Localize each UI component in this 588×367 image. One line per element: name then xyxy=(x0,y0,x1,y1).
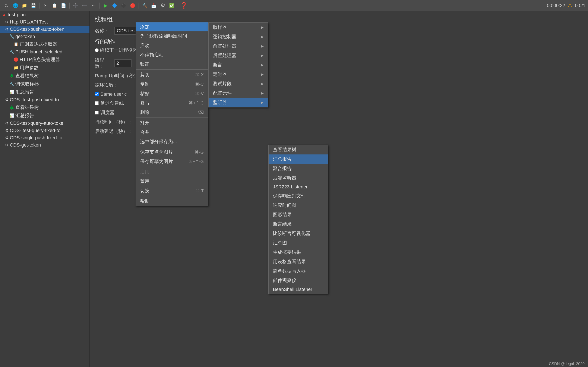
toolbar-icon-help[interactable]: ❓ xyxy=(180,2,188,9)
tree-item-cds-push-auto[interactable]: ⚙ CDS-test-push-auto-token xyxy=(0,26,90,33)
listener-table-results[interactable]: 用表格查看结果 xyxy=(269,257,328,266)
listener-response-time-graph[interactable]: 响应时间图 xyxy=(269,200,328,210)
menu-open[interactable]: 打开... xyxy=(136,118,208,127)
same-user-label: Same user c xyxy=(100,92,127,97)
submenu-pre[interactable]: 前置处理器 ▶ xyxy=(209,42,268,51)
submenu-config[interactable]: 配置元件 ▶ xyxy=(209,88,268,98)
same-user-check[interactable]: Same user c xyxy=(95,92,127,97)
menu-start[interactable]: 启动 xyxy=(136,41,208,50)
listener-graph-results[interactable]: 图形结果 xyxy=(269,210,328,219)
sep3 xyxy=(136,147,208,147)
toolbar-icon-2[interactable]: 🌐 xyxy=(12,2,19,9)
menu-enable[interactable]: 启用 xyxy=(136,167,208,177)
menu-save-screen-img[interactable]: 保存屏幕为图片 ⌘+⌃-G xyxy=(136,157,208,166)
menu-validate[interactable]: 验证 xyxy=(136,60,208,69)
tree-item-push-launch[interactable]: 🔧 PUSH launch selected xyxy=(0,48,90,56)
scheduler-check[interactable]: 调度器 xyxy=(95,109,114,116)
tree-icon-cds-qf: ⚙ xyxy=(5,128,8,133)
toolbar-icon-check[interactable]: ✅ xyxy=(168,2,176,9)
tree-icon-push: 🔧 xyxy=(9,50,14,54)
listener-summary-results[interactable]: 生成概要结果 xyxy=(269,248,328,257)
listener-summary-graph[interactable]: 汇总图 xyxy=(269,238,328,248)
submenu-timer[interactable]: 定时器 ▶ xyxy=(209,70,268,79)
menu-copy[interactable]: 复制 ⌘-C xyxy=(136,79,208,89)
toolbar-icon-remove[interactable]: ➖ xyxy=(81,2,88,9)
tree-item-view-results2[interactable]: 🌲 查看结果树 xyxy=(0,103,90,111)
tree-item-summary1[interactable]: 📊 汇总报告 xyxy=(0,88,90,96)
submenu-post[interactable]: 后置处理器 ▶ xyxy=(209,51,268,60)
tree-item-test-plan[interactable]: 🔺 test-plan xyxy=(0,11,90,18)
submenu-logic[interactable]: 逻辑控制器 ▶ xyxy=(209,32,268,42)
listener-jsr223[interactable]: JSR223 Listener xyxy=(269,183,328,191)
listener-assertion-results[interactable]: 断言结果 xyxy=(269,219,328,229)
listener-beanshell[interactable]: BeanShell Listener xyxy=(269,285,328,294)
menu-save-selection[interactable]: 选中部分保存为... xyxy=(136,137,208,146)
tree-icon-cds-fixed: ⚙ xyxy=(5,97,8,102)
radio-continue[interactable]: 继续下一进程循环 xyxy=(95,47,138,53)
tree-item-http-test[interactable]: ⚙ Http URL/API Test xyxy=(0,18,90,26)
tree-item-get-token[interactable]: 🔧 get-token xyxy=(0,33,90,40)
menu-merge[interactable]: 合并 xyxy=(136,127,208,137)
toolbar-icon-4[interactable]: 💾 xyxy=(29,2,37,9)
menu-toggle[interactable]: 切换 ⌘-T xyxy=(136,186,208,195)
toolbar-icon-stop3[interactable]: 🔴 xyxy=(129,2,136,9)
toolbar-icon-edit[interactable]: ✏ xyxy=(90,2,97,9)
menu-duplicate[interactable]: 复写 ⌘+⌃-C xyxy=(136,98,208,108)
menu-cut[interactable]: 剪切 ⌘-X xyxy=(136,70,208,79)
toolbar-icon-build[interactable]: 🔨 xyxy=(141,2,149,9)
tree-item-cds-single[interactable]: ⚙ CDS-single-push-fixed-to xyxy=(0,134,90,142)
menu-paste[interactable]: 粘贴 ⌘-V xyxy=(136,89,208,98)
toolbar-icon-stop[interactable]: 🔷 xyxy=(111,2,118,9)
tree-icon-cds-single: ⚙ xyxy=(5,135,8,140)
arrow-post: ▶ xyxy=(261,53,264,58)
threads-input[interactable] xyxy=(114,59,131,67)
toolbar-time: 00:00:22 xyxy=(547,3,565,8)
tree-item-view-results1[interactable]: 🌲 查看结果树 xyxy=(0,72,90,80)
tree-item-debug[interactable]: 🔧 调试取样器 xyxy=(0,80,90,88)
delayed-check[interactable]: 延迟创建线 xyxy=(95,100,124,106)
listener-simple-writer[interactable]: 简单数据写入器 xyxy=(269,266,328,276)
tree-item-cds-fixed[interactable]: ⚙ CDS- test-push-fixed-to xyxy=(0,96,90,103)
menu-add-rampup-time[interactable]: 为子线程添加响应时间 xyxy=(136,31,208,41)
tree-icon-cds-push: ⚙ xyxy=(5,27,8,32)
listener-aggregate[interactable]: 聚合报告 xyxy=(269,164,328,173)
listener-mail-viewer[interactable]: 邮件观察仪 xyxy=(269,276,328,285)
toolbar-icon-paste[interactable]: 📄 xyxy=(60,2,67,9)
tree-label-cds-push: CDS-test-push-auto-token xyxy=(10,26,65,32)
menu-delete[interactable]: 删除 ⌫ xyxy=(136,108,208,117)
submenu-fragment[interactable]: 测试片段 ▶ xyxy=(209,79,268,88)
tree-item-regex[interactable]: 📋 正则表达式提取器 xyxy=(0,40,90,48)
toolbar-icon-remote[interactable]: 📩 xyxy=(150,2,158,9)
menu-disable[interactable]: 禁用 xyxy=(136,177,208,186)
toolbar-icon-3[interactable]: 📁 xyxy=(20,2,28,9)
tree-icon-http-manager: 🔴 xyxy=(14,57,18,62)
submenu-assert[interactable]: 断言 ▶ xyxy=(209,60,268,70)
menu-start-no-pause[interactable]: 不停顿启动 xyxy=(136,50,208,60)
tree-item-http-manager[interactable]: 🔴 HTTP信息头管理器 xyxy=(0,56,90,64)
toolbar-icon-stop2[interactable]: ⚫ xyxy=(120,2,127,9)
toolbar-icon-1[interactable]: 🗂 xyxy=(3,2,10,9)
tree-label-cds-qf: CDS- test-query-fixed-to xyxy=(10,128,60,133)
menu-help[interactable]: 帮助 xyxy=(136,197,208,206)
listener-save-response[interactable]: 保存响应到文件 xyxy=(269,191,328,200)
menu-save-node-img[interactable]: 保存节点为图片 ⌘-G xyxy=(136,147,208,157)
toolbar-icon-settings[interactable]: ⚙ xyxy=(159,2,167,9)
tree-icon-cds-gt: ⚙ xyxy=(5,143,8,147)
tree-label-push: PUSH launch selected xyxy=(15,49,62,55)
listener-summary-report[interactable]: 汇总报告 xyxy=(269,154,328,164)
toolbar-icon-add[interactable]: ➕ xyxy=(72,2,79,9)
listener-backend[interactable]: 后端监听器 xyxy=(269,173,328,183)
tree-item-summary2[interactable]: 📊 汇总报告 xyxy=(0,111,90,120)
tree-item-user-params[interactable]: 📁 用户参数 xyxy=(0,64,90,72)
toolbar-icon-cut[interactable]: ✂ xyxy=(42,2,49,9)
submenu-listener[interactable]: 监听器 ▶ 查看结果树 汇总报告 聚合报告 xyxy=(209,98,268,107)
tree-item-cds-query-fixed[interactable]: ⚙ CDS- test-query-fixed-to xyxy=(0,127,90,134)
toolbar-icon-run[interactable]: ▶ xyxy=(102,2,110,9)
submenu-sampler[interactable]: 取样器 ▶ xyxy=(209,23,268,32)
tree-item-cds-gettoken[interactable]: ⚙ CDS-get-token xyxy=(0,142,90,149)
listener-view-results[interactable]: 查看结果树 xyxy=(269,145,328,154)
toolbar-icon-copy[interactable]: 📋 xyxy=(51,2,58,9)
listener-compare-vis[interactable]: 比较断言可视化器 xyxy=(269,229,328,238)
tree-item-cds-query-auto[interactable]: ⚙ CDS-test-query-auto-toke xyxy=(0,120,90,127)
main-layout: 🔺 test-plan ⚙ Http URL/API Test ⚙ CDS-te… xyxy=(0,11,588,367)
